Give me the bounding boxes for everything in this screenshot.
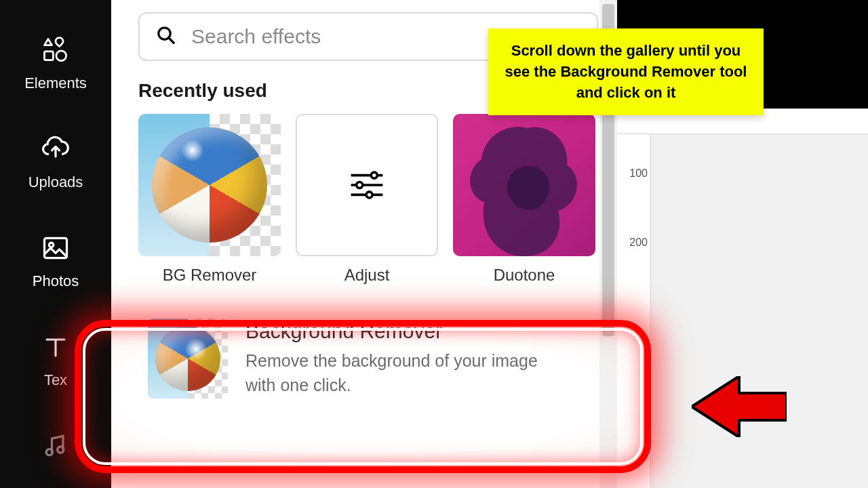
elements-icon xyxy=(39,34,72,66)
recent-bg-remover[interactable]: BG Remover xyxy=(138,114,281,285)
recent-label: Duotone xyxy=(494,266,555,285)
search-icon xyxy=(156,25,176,48)
recent-row: BG Remover Adjust xyxy=(138,114,598,285)
bg-remover-icon xyxy=(148,319,228,399)
recent-duotone[interactable]: Duotone xyxy=(453,114,595,285)
nav-label: Photos xyxy=(33,272,79,290)
photo-icon xyxy=(39,232,72,264)
tool-description: Remove the background of your image with… xyxy=(245,348,571,398)
nav-label: Elements xyxy=(24,75,87,92)
svg-point-5 xyxy=(58,447,64,453)
nav-elements[interactable]: Elements xyxy=(24,34,87,92)
svg-point-8 xyxy=(371,172,377,178)
bg-row-text: Background Remover Remove the background… xyxy=(245,320,571,398)
adjust-thumb xyxy=(296,114,438,256)
svg-rect-2 xyxy=(45,238,67,258)
nav-text[interactable]: Tex xyxy=(39,331,72,389)
bg-remover-thumb xyxy=(138,114,281,256)
nav-photos[interactable]: Photos xyxy=(33,232,79,290)
instruction-callout: Scroll down the gallery until you see th… xyxy=(488,28,764,115)
svg-rect-0 xyxy=(45,52,54,60)
nav-uploads[interactable]: Uploads xyxy=(28,133,83,191)
svg-point-3 xyxy=(49,243,53,247)
nav-label: Uploads xyxy=(28,174,83,191)
upload-icon xyxy=(39,133,72,165)
ruler-tick: 200 xyxy=(629,237,648,249)
left-nav: Elements Uploads Photos xyxy=(0,0,111,488)
duotone-thumb xyxy=(453,114,595,256)
music-icon xyxy=(39,430,72,462)
svg-point-4 xyxy=(46,449,52,455)
tool-title: Background Remover xyxy=(245,320,571,343)
ruler-vertical: 100 200 xyxy=(617,134,651,488)
recent-label: BG Remover xyxy=(163,266,257,285)
nav-audio[interactable] xyxy=(39,430,72,462)
svg-point-1 xyxy=(56,51,66,61)
svg-point-12 xyxy=(366,192,372,198)
pointer-arrow xyxy=(692,376,787,437)
recent-adjust[interactable]: Adjust xyxy=(296,114,438,285)
ruler-tick: 100 xyxy=(629,167,648,180)
sliders-icon xyxy=(349,170,385,200)
text-icon xyxy=(39,331,72,363)
nav-label: Tex xyxy=(44,371,67,389)
recent-label: Adjust xyxy=(344,266,390,285)
background-remover-row[interactable]: Background Remover Remove the background… xyxy=(138,312,598,405)
svg-point-10 xyxy=(357,182,363,188)
